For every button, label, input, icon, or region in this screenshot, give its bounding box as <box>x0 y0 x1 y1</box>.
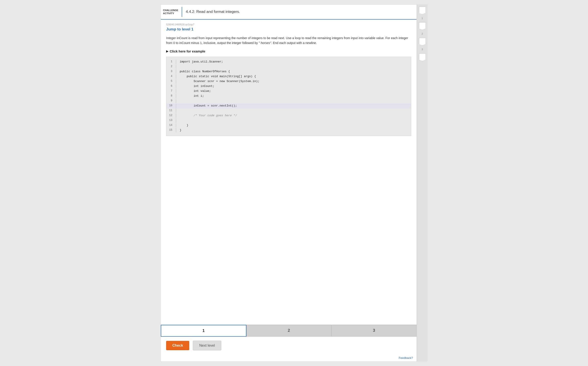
line-num-5: 5 <box>166 79 176 83</box>
code-line-4: 4 public static void main(String[] args)… <box>166 74 411 79</box>
right-sidebar: 1 2 3 <box>417 4 428 362</box>
challenge-activity-label: CHALLENGE ACTIVITY <box>161 7 182 17</box>
code-line-6: 6 int inCount; <box>166 84 411 89</box>
sidebar-badge-1[interactable] <box>419 22 426 30</box>
sidebar-badge-3[interactable] <box>419 53 426 61</box>
line-num-12: 12 <box>166 113 176 118</box>
line-content-15: } <box>180 128 411 133</box>
line-content-1: import java.util.Scanner; <box>180 60 411 64</box>
check-button[interactable]: Check <box>166 341 189 350</box>
line-content-12: /* Your code goes here */ <box>180 113 411 118</box>
tab-1[interactable]: 1 <box>161 325 246 337</box>
tab-2[interactable]: 2 <box>246 325 332 337</box>
line-num-2: 2 <box>166 64 176 69</box>
sidebar-num-3: 3 <box>421 48 423 51</box>
line-content-7: int value; <box>180 89 411 94</box>
line-content-10: inCount = scnr.nextInt(); <box>180 104 411 108</box>
code-line-1: 1import java.util.Scanner; <box>166 60 411 64</box>
sidebar-badge-top[interactable] <box>419 7 426 14</box>
code-line-3: 3public class NumberOfHorses { <box>166 69 411 74</box>
header: CHALLENGE ACTIVITY 4.4.2: Read and forma… <box>161 5 417 20</box>
tabs-row: 1 2 3 <box>161 325 417 337</box>
code-line-8: 8 int i; <box>166 94 411 99</box>
activity-id: 528040.3489528.qx3zqy7 <box>166 23 411 26</box>
challenge-label-line1: CHALLENGE <box>163 9 178 12</box>
line-num-13: 13 <box>166 118 176 122</box>
code-line-7: 7 int value; <box>166 89 411 94</box>
code-line-13: 13 <box>166 118 411 123</box>
line-num-15: 15 <box>166 128 176 132</box>
code-line-9: 9 <box>166 99 411 104</box>
line-num-1: 1 <box>166 60 176 64</box>
line-num-9: 9 <box>166 99 176 103</box>
code-line-14: 14 } <box>166 123 411 128</box>
header-title: 4.4.2: Read and format integers. <box>186 9 240 14</box>
line-num-11: 11 <box>166 108 176 113</box>
sidebar-num-2: 2 <box>421 32 423 35</box>
tab-3[interactable]: 3 <box>331 325 417 337</box>
line-num-14: 14 <box>166 123 176 127</box>
bottom-actions: Check Next level <box>161 337 417 354</box>
line-content-5: Scanner scnr = new Scanner(System.in); <box>180 79 411 84</box>
arrow-icon: ▶ <box>166 50 168 53</box>
line-num-3: 3 <box>166 69 176 74</box>
next-level-button[interactable]: Next level <box>193 341 221 351</box>
code-line-2: 2 <box>166 64 411 69</box>
code-block: 1import java.util.Scanner;23public class… <box>166 57 411 136</box>
line-num-6: 6 <box>166 84 176 88</box>
code-line-11: 11 <box>166 108 411 113</box>
example-toggle[interactable]: ▶ Click here for example <box>166 49 411 53</box>
code-line-15: 15} <box>166 128 411 133</box>
line-content-8: int i; <box>180 94 411 99</box>
line-num-8: 8 <box>166 94 176 98</box>
sidebar-badge-2[interactable] <box>419 38 426 45</box>
challenge-label-line2: ACTIVITY <box>163 12 178 15</box>
content-area: 528040.3489528.qx3zqy7 Jump to level 1 I… <box>161 20 417 325</box>
jump-to-level-link[interactable]: Jump to level 1 <box>166 27 193 31</box>
example-toggle-label: Click here for example <box>170 49 205 53</box>
line-num-10: 10 <box>166 104 176 108</box>
line-content-3: public class NumberOfHorses { <box>180 69 411 74</box>
line-content-6: int inCount; <box>180 84 411 89</box>
code-line-10: 10 inCount = scnr.nextInt(); <box>166 104 411 108</box>
description-text: Integer inCount is read from input repre… <box>166 36 411 46</box>
line-num-4: 4 <box>166 74 176 78</box>
line-content-14: } <box>180 123 411 128</box>
code-line-5: 5 Scanner scnr = new Scanner(System.in); <box>166 79 411 84</box>
line-num-7: 7 <box>166 89 176 93</box>
sidebar-num-1: 1 <box>421 17 423 20</box>
line-content-4: public static void main(String[] args) { <box>180 74 411 79</box>
code-line-12: 12 /* Your code goes here */ <box>166 113 411 118</box>
feedback-link[interactable]: Feedback? <box>161 354 417 361</box>
